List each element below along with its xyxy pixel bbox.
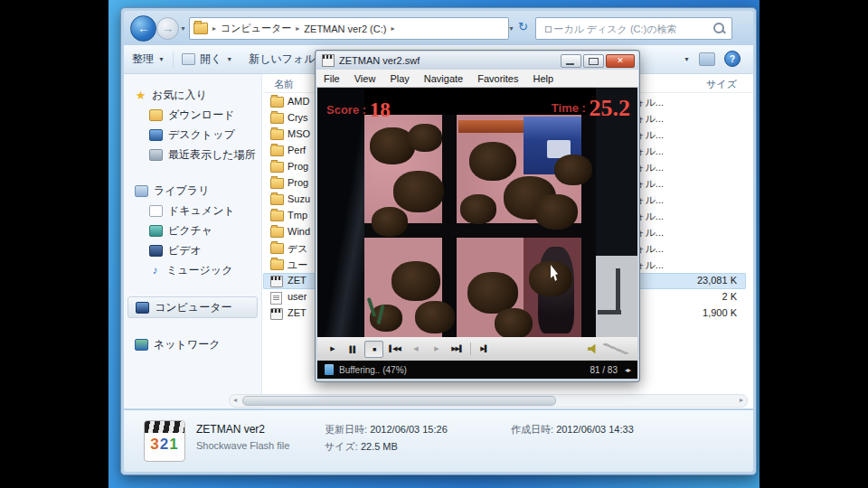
player-menu-bar: FileViewPlayNavigateFavoritesHelp xyxy=(316,70,638,88)
vid-icon xyxy=(149,245,163,257)
help-icon[interactable]: ? xyxy=(724,51,741,67)
sidebar-item[interactable]: ピクチャ xyxy=(124,221,261,240)
minimize-button[interactable] xyxy=(561,54,581,68)
file-name: ユー xyxy=(288,258,307,272)
step-forward-button[interactable]: ▶ xyxy=(427,341,446,358)
file-name: Suzu xyxy=(288,193,310,204)
menu-item-help[interactable]: Help xyxy=(525,71,561,86)
sidebar-item-label: お気に入り xyxy=(152,88,207,103)
pause-button[interactable]: ▌▌ xyxy=(344,341,363,358)
sidebar-item[interactable]: デスクトップ xyxy=(124,125,261,145)
sidebar-item[interactable]: ダウンロード xyxy=(124,105,261,125)
sidebar-item[interactable]: ビデオ xyxy=(124,240,261,260)
playback-controls: ▶▌▌■▌◀◀◀▶▶▶▌▶▌ xyxy=(317,337,637,361)
details-pane: 321 ZETMAN ver2 Shockwave Flash file 更新日… xyxy=(124,409,753,472)
buffering-status: Buffering.. (47%) xyxy=(339,365,407,375)
game-artwork xyxy=(317,88,364,337)
selected-file-name: ZETMAN ver2 xyxy=(196,423,265,436)
sidebar-section: ネットワーク xyxy=(124,334,261,354)
menu-item-favorites[interactable]: Favorites xyxy=(470,71,525,86)
sidebar-item-favorites[interactable]: ★お気に入り xyxy=(124,85,261,105)
sidebar-section: コンピューター xyxy=(124,296,261,318)
file-name: Wind xyxy=(288,226,310,237)
file-size: 2 K xyxy=(722,291,737,302)
player-window: ZETMAN ver2.swf FileViewPlayNavigateFavo… xyxy=(315,50,640,382)
sidebar-item-label: デスクトップ xyxy=(168,127,235,143)
file-name: デス xyxy=(288,242,308,256)
step-back-button[interactable]: ◀ xyxy=(406,341,425,358)
breadcrumb-separator-icon: ▸ xyxy=(386,24,399,33)
column-header-name[interactable]: 名前 xyxy=(274,78,294,91)
clapper-icon xyxy=(145,421,184,433)
skip-forward-button[interactable]: ▶▶▌ xyxy=(448,341,467,358)
sidebar-item-network[interactable]: ネットワーク xyxy=(124,334,261,354)
menu-item-file[interactable]: File xyxy=(316,71,347,86)
nav-history-dropdown-icon[interactable]: ▼ xyxy=(180,25,186,32)
skip-back-button[interactable]: ▌◀◀ xyxy=(385,341,404,358)
screen: ← → ▼ ▸コンピューター▸ZETMAN ver2 (C:)▸ ▼ ↻ 整理▼ xyxy=(0,0,868,488)
sidebar-item[interactable]: 最近表示した場所 xyxy=(124,145,261,164)
scroll-left-icon[interactable]: ◂ xyxy=(233,396,237,404)
player-title-bar[interactable]: ZETMAN ver2.swf xyxy=(316,52,638,70)
menu-item-navigate[interactable]: Navigate xyxy=(417,71,470,86)
breadcrumb[interactable]: ▸コンピューター▸ZETMAN ver2 (C:)▸ xyxy=(189,17,509,40)
sidebar-item[interactable]: ドキュメント xyxy=(124,201,261,221)
frame-step-button[interactable]: ▶▌ xyxy=(475,341,494,358)
volume-slider[interactable] xyxy=(603,343,628,354)
maximize-button[interactable] xyxy=(583,54,604,68)
file-name: Tmp xyxy=(288,210,307,221)
breadcrumb-item[interactable]: コンピューター xyxy=(221,22,291,35)
horizontal-scrollbar[interactable]: ◂ ▸ xyxy=(229,394,748,408)
forward-button[interactable]: → xyxy=(156,17,179,40)
file-name: ZET xyxy=(288,307,307,318)
file-name: MSO xyxy=(288,128,310,139)
menu-item-play[interactable]: Play xyxy=(382,71,416,86)
change-view-icon[interactable] xyxy=(699,52,715,66)
sidebar-item-libraries[interactable]: ライブラリ xyxy=(124,181,261,201)
player-window-title: ZETMAN ver2.swf xyxy=(339,55,559,66)
file-size: 1,900 K xyxy=(703,307,737,318)
search-input[interactable] xyxy=(542,20,708,37)
sidebar-item-label: 最近表示した場所 xyxy=(168,147,256,163)
stop-button[interactable]: ■ xyxy=(364,341,383,358)
file-name: AMD xyxy=(288,96,309,107)
file-size: 23,081 K xyxy=(697,275,737,286)
file-name: Prog xyxy=(288,161,308,172)
navigation-pane: ★お気に入りダウンロードデスクトップ最近表示した場所ライブラリドキュメントピクチ… xyxy=(124,74,262,408)
breadcrumb-separator-icon: ▸ xyxy=(208,24,221,33)
column-header-size[interactable]: サイズ xyxy=(668,78,737,91)
folder-icon xyxy=(270,227,284,238)
sidebar-item-label: ピクチャ xyxy=(168,223,212,239)
scrollbar-thumb[interactable] xyxy=(242,396,556,406)
video-area: Score : 18 Time : 25.2 xyxy=(317,88,637,337)
speaker-icon[interactable] xyxy=(588,344,599,354)
menu-item-view[interactable]: View xyxy=(347,71,383,86)
folder-icon xyxy=(270,194,284,205)
play-button[interactable]: ▶ xyxy=(323,341,342,358)
back-button[interactable]: ← xyxy=(130,15,156,42)
folder-icon xyxy=(270,129,284,140)
folder-icon xyxy=(149,109,163,121)
net-icon xyxy=(135,339,148,351)
pic-icon xyxy=(149,225,163,237)
close-button[interactable] xyxy=(606,54,635,68)
organize-button[interactable]: 整理▼ xyxy=(124,48,173,70)
frame-counter: 81 / 83 xyxy=(590,365,618,375)
sidebar-item-computer[interactable]: コンピューター xyxy=(127,296,258,318)
sidebar-item-label: コンピューター xyxy=(155,300,231,315)
playback-mode-icon: ◂▸ xyxy=(625,366,630,374)
doc-icon xyxy=(149,205,163,217)
breadcrumb-item[interactable]: ZETMAN ver2 (C:) xyxy=(304,23,386,34)
media-player-classic-321-icon: 321 xyxy=(144,420,185,462)
sidebar-item-label: ミュージック xyxy=(166,263,232,278)
scroll-right-icon[interactable]: ▸ xyxy=(740,396,743,404)
sidebar-item[interactable]: ♪ミュージック xyxy=(124,260,261,280)
folder-icon xyxy=(270,97,284,108)
search-box[interactable] xyxy=(535,17,732,40)
created-date: 作成日時: 2012/06/03 14:33 xyxy=(511,423,634,436)
refresh-icon[interactable]: ↻ xyxy=(518,20,528,33)
open-button[interactable]: 開く▼ xyxy=(174,48,241,70)
views-dropdown-icon[interactable]: ▼ xyxy=(684,56,690,62)
address-dropdown-icon[interactable]: ▼ xyxy=(508,25,514,32)
file-name: Crys xyxy=(288,112,308,123)
